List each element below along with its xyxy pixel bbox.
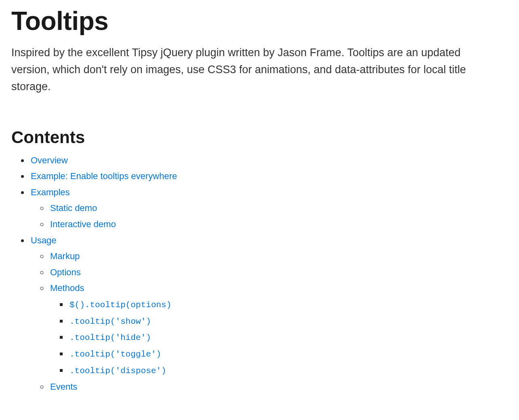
toc-item: $().tooltip(options) bbox=[68, 296, 508, 313]
toc-link-method-tooltip-dispose[interactable]: .tooltip('dispose') bbox=[70, 366, 166, 376]
toc-link-examples[interactable]: Examples bbox=[31, 187, 70, 197]
toc-item: .tooltip('dispose') bbox=[68, 362, 508, 379]
toc-item: .tooltip('toggle') bbox=[68, 346, 508, 362]
toc-link-events[interactable]: Events bbox=[50, 382, 77, 392]
toc-item: Example: Enable tooltips everywhere bbox=[29, 168, 508, 184]
toc-item: Options bbox=[49, 264, 508, 281]
toc-subsublist: $().tooltip(options) .tooltip('show') .t… bbox=[50, 296, 508, 379]
toc-sublist: Static demo Interactive demo bbox=[31, 200, 508, 232]
toc-link-static-demo[interactable]: Static demo bbox=[50, 203, 97, 213]
toc-link-method-tooltip-hide[interactable]: .tooltip('hide') bbox=[70, 333, 151, 342]
toc-item: Examples Static demo Interactive demo bbox=[29, 184, 508, 232]
toc-list: Overview Example: Enable tooltips everyw… bbox=[11, 152, 508, 395]
toc-link-markup[interactable]: Markup bbox=[50, 251, 80, 261]
toc-item: .tooltip('hide') bbox=[68, 329, 508, 346]
toc-item: Usage Markup Options Methods $().tooltip… bbox=[29, 232, 508, 395]
page-lead: Inspired by the excellent Tipsy jQuery p… bbox=[11, 44, 488, 95]
toc-link-example-enable[interactable]: Example: Enable tooltips everywhere bbox=[31, 171, 177, 181]
toc-link-interactive-demo[interactable]: Interactive demo bbox=[50, 219, 116, 229]
toc-link-method-tooltip-show[interactable]: .tooltip('show') bbox=[70, 317, 151, 326]
toc-item: Overview bbox=[29, 152, 508, 169]
toc-item: Interactive demo bbox=[49, 216, 508, 232]
toc-item: Markup bbox=[49, 248, 508, 264]
toc-item: Methods $().tooltip(options) .tooltip('s… bbox=[49, 280, 508, 379]
toc-link-options[interactable]: Options bbox=[50, 267, 81, 277]
toc-item: Static demo bbox=[49, 200, 508, 216]
toc-link-methods[interactable]: Methods bbox=[50, 283, 84, 293]
toc-item: Events bbox=[49, 379, 508, 395]
toc-link-overview[interactable]: Overview bbox=[31, 155, 68, 165]
toc-item: .tooltip('show') bbox=[68, 313, 508, 329]
toc-link-method-tooltip-toggle[interactable]: .tooltip('toggle') bbox=[70, 350, 161, 359]
page-title: Tooltips bbox=[11, 0, 508, 40]
contents-heading: Contents bbox=[11, 125, 508, 150]
toc-link-method-tooltip-options[interactable]: $().tooltip(options) bbox=[70, 300, 171, 310]
toc-sublist: Markup Options Methods $().tooltip(optio… bbox=[31, 248, 508, 395]
toc-link-usage[interactable]: Usage bbox=[31, 235, 57, 245]
